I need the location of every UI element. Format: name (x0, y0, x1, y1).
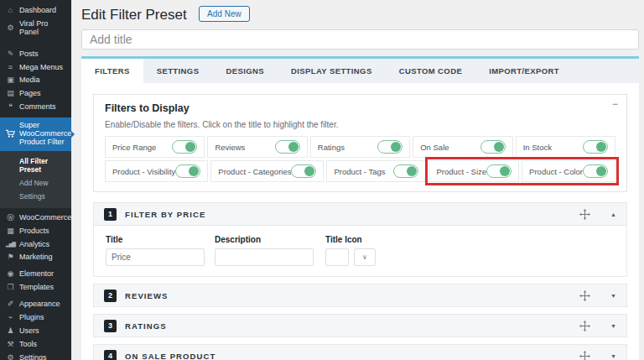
accordion-header[interactable]: 2 REVIEWS ▼ (93, 284, 627, 307)
collapse-caret-icon[interactable]: ▲ (610, 211, 616, 217)
toggle-switch[interactable] (377, 140, 402, 154)
field-group-title-icon: Title Icon ∨ (325, 235, 376, 266)
toggle-switch[interactable] (393, 164, 418, 178)
toggle-cell-product-visibility: Product - Visibility (105, 160, 208, 182)
toggle-switch[interactable] (172, 140, 197, 154)
toggle-switch[interactable] (175, 164, 200, 178)
panel-subheading: Enable/Disable the filters. Click on the… (105, 120, 615, 129)
panel-collapse-icon[interactable]: − (612, 99, 618, 109)
tab-import-export[interactable]: IMPORT/EXPORT (475, 59, 573, 83)
tab-content: Filters to Display Enable/Disable the fi… (81, 83, 639, 360)
toggle-cell-product-size: Product - Size (428, 160, 519, 182)
sidebar-item-label: Appearance (19, 300, 60, 309)
sidebar-item-label: WooCommerce (19, 214, 71, 222)
drag-handle-icon[interactable] (579, 209, 590, 220)
toggle-label[interactable]: Product - Categories (218, 167, 291, 176)
sidebar-separator (0, 39, 71, 48)
sidebar-item-tools[interactable]: ⚒ Tools (0, 338, 71, 352)
drag-handle-icon[interactable] (579, 321, 590, 331)
sidebar-item-pages[interactable]: ▤ Pages (0, 87, 71, 101)
toggle-cell-product-color: Product - Color (522, 160, 615, 182)
order-badge: 3 (104, 320, 117, 332)
tab-settings[interactable]: SETTINGS (143, 59, 213, 83)
user-icon: ♟ (6, 327, 15, 336)
sidebar-item-appearance[interactable]: ✐ Appearance (0, 298, 71, 311)
submenu-item-settings[interactable]: Settings (0, 190, 71, 203)
order-badge: 4 (104, 350, 117, 360)
gear-icon: ⚙ (6, 24, 15, 33)
accordion-ratings: 3 RATINGS ▼ (93, 314, 627, 337)
toggle-switch[interactable] (583, 164, 608, 178)
sidebar-item-comments[interactable]: ❝ Comments (0, 101, 71, 114)
sidebar-item-settings[interactable]: ⚙ Settings (0, 352, 71, 360)
toggle-switch[interactable] (480, 140, 506, 154)
submenu-item-add-new[interactable]: Add New (0, 176, 71, 190)
toggle-label[interactable]: Product - Size (436, 167, 486, 176)
sidebar-item-media[interactable]: ▣ Media (0, 74, 71, 87)
drag-handle-icon[interactable] (579, 290, 590, 301)
add-new-button[interactable]: Add New (199, 6, 250, 22)
sidebar-item-analytics[interactable]: ▂▅▇ Analytics (0, 238, 71, 252)
admin-sidebar: ⌂ Dashboard ⚙ Viral Pro Panel ✎ Posts ≡ … (0, 0, 71, 360)
sidebar-item-label: Settings (19, 354, 47, 360)
sidebar-item-dashboard[interactable]: ⌂ Dashboard (0, 4, 71, 18)
accordion-filter-by-price: 1 FILTER BY PRICE ▲ Title D (93, 202, 627, 277)
field-label: Description (215, 235, 314, 244)
title-input[interactable] (81, 29, 639, 50)
accordion-header[interactable]: 4 ON SALE PRODUCT ▼ (93, 344, 627, 360)
expand-caret-icon[interactable]: ▼ (610, 323, 616, 329)
toggle-label[interactable]: Reviews (215, 143, 245, 152)
expand-caret-icon[interactable]: ▼ (610, 293, 616, 299)
toggle-switch[interactable] (291, 164, 316, 178)
sidebar-item-label: Comments (19, 103, 56, 112)
toggle-label[interactable]: Price Range (112, 143, 156, 152)
drag-handle-icon[interactable] (579, 351, 590, 360)
sidebar-item-elementor[interactable]: ◉ Elementor (0, 268, 71, 281)
settings-icon: ⚙ (6, 354, 15, 360)
megaphone-icon: ⚑ (6, 253, 15, 262)
sidebar-item-products[interactable]: ▦ Products (0, 225, 71, 238)
filter-title-input[interactable] (106, 248, 205, 266)
sidebar-item-label: Users (19, 327, 39, 336)
expand-caret-icon[interactable]: ▼ (610, 353, 616, 359)
sidebar-item-label: Tools (19, 341, 37, 349)
sidebar-item-label: Plugins (19, 314, 44, 322)
sidebar-item-mega-menus[interactable]: ≡ Mega Menus (0, 61, 71, 75)
cart-icon (6, 129, 15, 138)
page-title: Edit Filter Preset (81, 7, 187, 23)
toggle-label[interactable]: Product - Tags (334, 167, 385, 176)
submenu-item-all-filter-preset[interactable]: All Filter Preset (0, 154, 71, 176)
sidebar-item-woocommerce[interactable]: ⓦ WooCommerce (0, 211, 71, 225)
toggle-label[interactable]: On Sale (420, 143, 449, 152)
sidebar-item-viral-pro-panel[interactable]: ⚙ Viral Pro Panel (0, 18, 71, 39)
tab-filters[interactable]: FILTERS (81, 59, 143, 83)
sidebar-item-plugins[interactable]: ⌁ Plugins (0, 311, 71, 325)
brush-icon: ✐ (6, 300, 15, 309)
toggle-label[interactable]: Product - Visibility (112, 167, 175, 176)
tab-display-settings[interactable]: DISPLAY SETTINGS (278, 59, 386, 83)
sidebar-item-posts[interactable]: ✎ Posts (0, 48, 71, 61)
toggle-label[interactable]: In Stock (523, 143, 552, 152)
tab-custom-code[interactable]: CUSTOM CODE (386, 59, 475, 83)
tab-designs[interactable]: DESIGNS (212, 59, 278, 83)
toggle-cell-price-range: Price Range (105, 136, 205, 158)
accordion-header[interactable]: 1 FILTER BY PRICE ▲ (93, 202, 627, 226)
accordion-header[interactable]: 3 RATINGS ▼ (93, 314, 627, 337)
toggle-switch[interactable] (486, 164, 512, 178)
sidebar-item-super-woocommerce-product-filter[interactable]: Super WooCommerce Product Filter (0, 117, 71, 151)
filter-description-input[interactable] (215, 248, 314, 266)
sidebar-item-users[interactable]: ♟ Users (0, 325, 71, 338)
sidebar-item-label: Pages (19, 90, 41, 98)
order-badge: 1 (104, 208, 117, 221)
toggle-label[interactable]: Product - Color (529, 167, 583, 176)
field-group-description: Description (215, 235, 314, 266)
field-label: Title Icon (325, 235, 376, 244)
icon-select-dropdown[interactable]: ∨ (354, 248, 376, 266)
plugin-submenu: All Filter Preset Add New Settings (0, 151, 71, 208)
sidebar-item-marketing[interactable]: ⚑ Marketing (0, 251, 71, 264)
toggle-switch[interactable] (275, 140, 300, 154)
toggle-label[interactable]: Ratings (318, 143, 345, 152)
sidebar-item-templates[interactable]: ❐ Templates (0, 281, 71, 295)
filters-to-display-panel: Filters to Display Enable/Disable the fi… (93, 94, 627, 192)
toggle-switch[interactable] (583, 140, 608, 154)
